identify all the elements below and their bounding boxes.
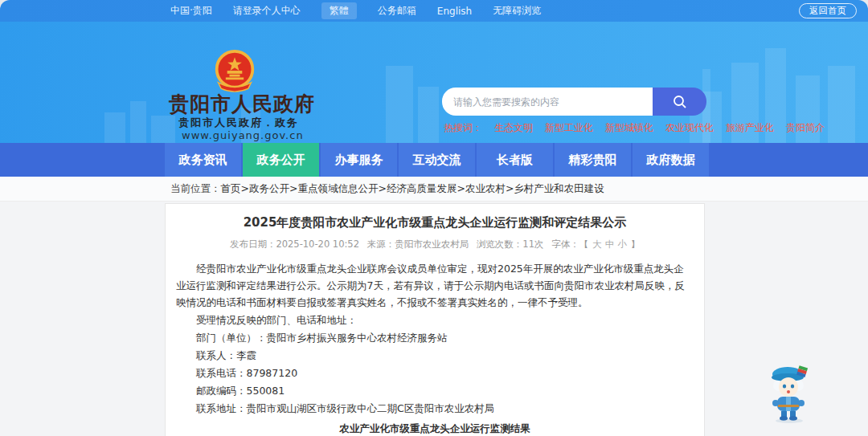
hot-words-label: 热搜词：	[444, 121, 482, 135]
breadcrumb-label: 当前位置：	[170, 182, 221, 196]
nav-item-zhangzheban[interactable]: 长者版	[477, 143, 553, 177]
link-traditional-chinese[interactable]: 繁體	[321, 2, 357, 19]
site-name: 贵阳市人民政府	[169, 91, 315, 117]
view-count: 浏览次数：11次	[477, 238, 544, 250]
font-size-medium-button[interactable]: 中	[605, 238, 615, 250]
hot-word-link[interactable]: 新型工业化	[545, 121, 593, 135]
search-bar	[442, 88, 706, 116]
nav-item-zhengfu-shuju[interactable]: 政府数据	[633, 143, 709, 177]
site-header: 贵阳市人民政府 贵阳市人民政府．政务 www.guiyang.gov.cn 热搜…	[0, 22, 868, 143]
nav-item-zhengwu-gongkai[interactable]: 政务公开	[243, 143, 319, 177]
font-size-small-button[interactable]: 小	[617, 238, 627, 250]
national-emblem-icon	[211, 50, 259, 93]
article-source: 来源：贵阳市农业农村局	[367, 238, 469, 250]
link-login-personal-center[interactable]: 请登录个人中心	[233, 4, 301, 18]
hot-word-link[interactable]: 农业现代化	[665, 121, 714, 135]
article-title: 2025年度贵阳市农业产业化市级重点龙头企业运行监测和评定结果公示	[166, 215, 704, 230]
paragraph: 经贵阳市农业产业化市级重点龙头企业联席会议成员单位审定，现对2025年开展的农业…	[176, 260, 694, 311]
font-size-label-end: 】	[631, 238, 641, 250]
nav-item-jingcai-guiyang[interactable]: 精彩贵阳	[555, 143, 631, 177]
nav-item-banshi-fuwu[interactable]: 办事服务	[321, 143, 397, 177]
breadcrumb: 当前位置： 首页>政务公开>重点领域信息公开>经济高质量发展>农业农村>乡村产业…	[0, 177, 868, 202]
topbar-links: 中国·贵阳 请登录个人中心 繁體 公务邮箱 English 无障碍浏览	[170, 2, 541, 19]
publish-date: 发布日期：2025-10-20 10:52	[230, 238, 359, 250]
nav-item-hudong-jiaoliu[interactable]: 互动交流	[399, 143, 475, 177]
search-button[interactable]	[653, 88, 706, 116]
table-caption: 农业产业化市级重点龙头企业运行监测结果	[166, 422, 704, 436]
paragraph: 邮政编码：550081	[176, 382, 694, 399]
breadcrumb-path[interactable]: 首页>政务公开>重点领域信息公开>经济高质量发展>农业农村>乡村产业和农田建设	[221, 182, 604, 196]
hot-word-link[interactable]: 贵阳简介	[786, 121, 825, 135]
link-china-guiyang[interactable]: 中国·贵阳	[170, 4, 212, 18]
site-url: www.guiyang.gov.cn	[182, 129, 304, 141]
site-subtitle: 贵阳市人民政府．政务	[178, 116, 299, 130]
top-utility-bar: 中国·贵阳 请登录个人中心 繁體 公务邮箱 English 无障碍浏览 返回首页	[0, 0, 868, 22]
nav-item-zhengwu-zixun[interactable]: 政务资讯	[165, 143, 241, 177]
search-input[interactable]	[442, 88, 653, 116]
link-english[interactable]: English	[437, 6, 472, 17]
hot-word-link[interactable]: 新型城镇化	[605, 121, 653, 135]
link-official-mail[interactable]: 公务邮箱	[378, 4, 416, 18]
main-nav: 政务资讯 政务公开 办事服务 互动交流 长者版 精彩贵阳 政府数据	[0, 143, 868, 177]
article-meta: 发布日期：2025-10-20 10:52 来源：贵阳市农业农村局 浏览次数：1…	[166, 238, 704, 251]
paragraph: 联系人：李霞	[176, 347, 694, 364]
link-accessibility[interactable]: 无障碍浏览	[493, 4, 541, 18]
hot-word-link[interactable]: 生态文明	[494, 121, 533, 135]
search-icon	[672, 94, 688, 110]
paragraph: 部门（单位）：贵阳市乡村振兴服务中心农村经济服务站	[176, 329, 694, 346]
font-size-label: 字体：【	[551, 238, 588, 250]
return-home-button[interactable]: 返回首页	[799, 3, 857, 18]
font-size-large-button[interactable]: 大	[592, 238, 602, 250]
browser-page: 中国·贵阳 请登录个人中心 繁體 公务邮箱 English 无障碍浏览 返回首页	[0, 0, 868, 436]
paragraph: 联系电话：87987120	[176, 365, 694, 381]
paragraph: 联系地址：贵阳市观山湖区市级行政中心二期C区贵阳市农业农村局	[176, 400, 694, 417]
paragraph: 受理情况反映的部门、电话和地址：	[176, 312, 694, 328]
article-body: 经贵阳市农业产业化市级重点龙头企业联席会议成员单位审定，现对2025年开展的农业…	[166, 251, 704, 417]
main-content: 2025年度贵阳市农业产业化市级重点龙头企业运行监测和评定结果公示 发布日期：2…	[0, 202, 868, 397]
article-card: 2025年度贵阳市农业产业化市级重点龙头企业运行监测和评定结果公示 发布日期：2…	[165, 203, 705, 436]
hot-search-words: 热搜词： 生态文明 新型工业化 新型城镇化 农业现代化 旅游产业化 贵阳简介	[444, 121, 825, 135]
mascot-character[interactable]	[765, 363, 813, 424]
hot-word-link[interactable]: 旅游产业化	[726, 121, 774, 135]
